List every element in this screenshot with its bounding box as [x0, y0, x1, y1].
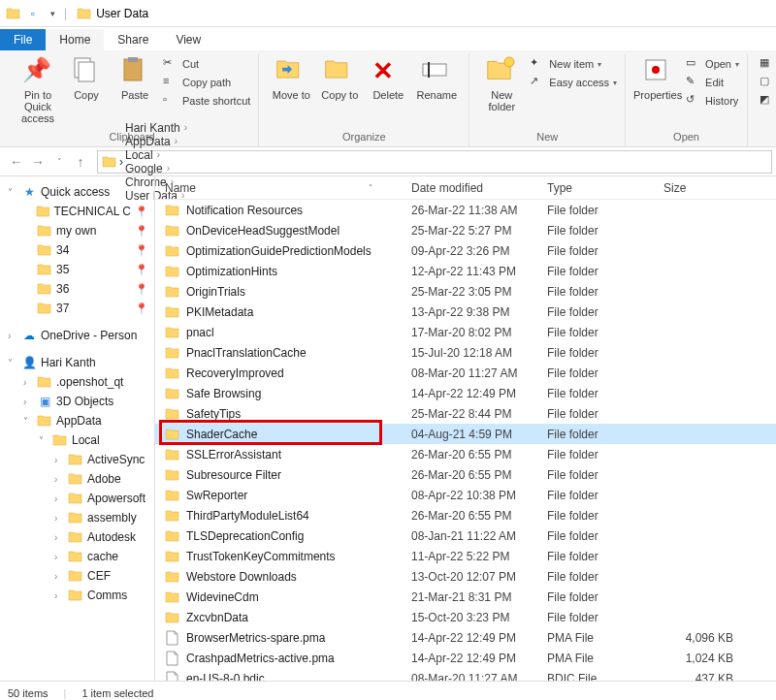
breadcrumb-segment[interactable]: Hari Kanth [125, 121, 180, 135]
qat-save-icon[interactable]: ▫ [25, 6, 41, 21]
file-row[interactable]: ShaderCache04-Aug-21 4:59 PMFile folder [155, 424, 776, 444]
file-row[interactable]: Webstore Downloads13-Oct-20 12:07 PMFile… [155, 566, 776, 587]
chevron-right-icon[interactable]: › [8, 331, 17, 341]
copy-path-button[interactable]: ≡Copy path [163, 75, 250, 90]
file-row[interactable]: OptimizationGuidePredictionModels09-Apr-… [155, 240, 776, 261]
chevron-down-icon[interactable]: ˅ [23, 416, 33, 427]
sidebar-3dobjects[interactable]: ›▣3D Objects [2, 392, 154, 411]
sidebar-openshot[interactable]: ›.openshot_qt [2, 372, 154, 392]
file-row[interactable]: CrashpadMetrics-active.pma14-Apr-22 12:4… [155, 648, 776, 668]
chevron-right-icon[interactable]: › [184, 122, 187, 133]
sidebar-onedrive[interactable]: ›☁OneDrive - Person [2, 326, 154, 345]
select-none-button[interactable]: ▢Select none [760, 75, 776, 90]
select-all-button[interactable]: ▦Select all [760, 56, 776, 72]
chevron-down-icon[interactable]: ˅ [39, 435, 48, 446]
file-row[interactable]: PnaclTranslationCache15-Jul-20 12:18 AMF… [155, 342, 776, 363]
file-row[interactable]: WidevineCdm21-Mar-21 8:31 PMFile folder [155, 587, 776, 607]
file-row[interactable]: PKIMetadata13-Apr-22 9:38 PMFile folder [155, 302, 776, 322]
file-row[interactable]: pnacl17-Mar-20 8:02 PMFile folder [155, 322, 776, 342]
pin-to-quick-access-button[interactable]: 📌 Pin to Quick access [14, 54, 62, 126]
breadcrumb-segment[interactable]: AppData [125, 135, 171, 148]
history-button[interactable]: ↺History [686, 93, 739, 109]
nav-forward-button[interactable]: → [29, 153, 47, 171]
new-item-button[interactable]: ✦New item▾ [530, 56, 617, 72]
sidebar-quick-access[interactable]: ˅★Quick access [2, 182, 154, 202]
file-row[interactable]: OnDeviceHeadSuggestModel25-Mar-22 5:27 P… [155, 220, 776, 240]
sidebar-item[interactable]: ›assembly [2, 508, 154, 527]
easy-access-button[interactable]: ↗Easy access▾ [530, 75, 617, 90]
paste-button[interactable]: Paste [111, 54, 159, 103]
sidebar-item[interactable]: ›CEF [2, 566, 154, 586]
chevron-right-icon[interactable]: › [119, 155, 123, 169]
sidebar-item[interactable]: ›Comms [2, 586, 154, 605]
chevron-down-icon[interactable]: ˅ [8, 187, 17, 198]
file-list[interactable]: Name˄ Date modified Type Size Notificati… [155, 176, 776, 681]
nav-back-button[interactable]: ← [8, 153, 25, 171]
paste-shortcut-button[interactable]: ▫Paste shortcut [163, 93, 250, 109]
delete-button[interactable]: ✕ Delete [364, 54, 412, 103]
nav-recent-dropdown[interactable]: ˅ [50, 153, 68, 171]
sidebar-item[interactable]: ›cache [2, 547, 154, 566]
column-header-size[interactable]: Size [663, 181, 741, 195]
file-row[interactable]: en-US-8-0.bdic08-Mar-20 11:27 AMBDIC Fil… [155, 668, 776, 681]
sidebar-item[interactable]: 34📍 [2, 240, 154, 260]
column-header-name[interactable]: Name˄ [155, 181, 411, 195]
file-row[interactable]: Safe Browsing14-Apr-22 12:49 PMFile fold… [155, 383, 776, 403]
file-row[interactable]: RecoveryImproved08-Mar-20 11:27 AMFile f… [155, 363, 776, 383]
svg-rect-2 [124, 59, 142, 80]
sidebar-user[interactable]: ˅👤Hari Kanth [2, 353, 154, 372]
sidebar-appdata[interactable]: ˅AppData [2, 411, 154, 430]
invert-selection-button[interactable]: ◩Invert sele [760, 93, 776, 109]
column-header-date[interactable]: Date modified [411, 181, 547, 195]
sidebar-item[interactable]: ›Adobe [2, 469, 154, 489]
copy-button[interactable]: Copy [62, 54, 111, 103]
sidebar-item[interactable]: 36📍 [2, 279, 154, 299]
move-to-button[interactable]: Move to [267, 54, 315, 103]
file-row[interactable]: ZxcvbnData15-Oct-20 3:23 PMFile folder [155, 607, 776, 627]
address-bar[interactable]: › Hari Kanth › AppData › Local › Google … [97, 150, 772, 174]
cut-button[interactable]: ✂Cut [163, 56, 250, 72]
sidebar-item[interactable]: my own📍 [2, 221, 154, 240]
file-row[interactable]: OriginTrials25-Mar-22 3:05 PMFile folder [155, 281, 776, 302]
file-row[interactable]: BrowserMetrics-spare.pma14-Apr-22 12:49 … [155, 627, 776, 648]
file-row[interactable]: Subresource Filter26-Mar-20 6:55 PMFile … [155, 464, 776, 485]
chevron-right-icon[interactable]: › [157, 149, 160, 160]
sidebar-item[interactable]: 37📍 [2, 299, 154, 318]
tab-share[interactable]: Share [104, 29, 162, 50]
file-row[interactable]: Notification Resources26-Mar-22 11:38 AM… [155, 200, 776, 220]
breadcrumb-segment[interactable]: Local [125, 148, 153, 162]
new-folder-button[interactable]: New folder [477, 54, 526, 114]
file-row[interactable]: SafetyTips25-Mar-22 8:44 PMFile folder [155, 403, 776, 424]
breadcrumb-segment[interactable]: Google [125, 162, 163, 175]
folder-small-icon [6, 6, 21, 21]
rename-button[interactable]: Rename [412, 54, 461, 103]
chevron-right-icon[interactable]: › [167, 163, 170, 174]
sidebar-item[interactable]: ›Apowersoft [2, 489, 154, 508]
column-header-type[interactable]: Type [547, 181, 663, 195]
edit-button[interactable]: ✎Edit [686, 75, 739, 90]
properties-button[interactable]: Properties [633, 54, 682, 103]
file-name: PKIMetadata [186, 305, 253, 319]
tab-file[interactable]: File [0, 29, 46, 50]
sidebar-item[interactable]: TECHNICAL C📍 [2, 202, 154, 221]
sidebar-item[interactable]: ›Autodesk [2, 527, 154, 547]
file-row[interactable]: OptimizationHints12-Apr-22 11:43 PMFile … [155, 261, 776, 281]
file-row[interactable]: TrustTokenKeyCommitments11-Apr-22 5:22 P… [155, 546, 776, 566]
nav-up-button[interactable]: ↑ [72, 153, 89, 171]
file-row[interactable]: SwReporter08-Apr-22 10:38 PMFile folder [155, 485, 776, 505]
file-row[interactable]: ThirdPartyModuleList6426-Mar-20 6:55 PMF… [155, 505, 776, 525]
tab-view[interactable]: View [162, 29, 214, 50]
tab-home[interactable]: Home [46, 29, 104, 50]
sidebar-item[interactable]: ›ActiveSync [2, 450, 154, 469]
copy-to-button[interactable]: Copy to [315, 54, 364, 103]
sidebar-local[interactable]: ˅Local [2, 430, 154, 450]
file-row[interactable]: SSLErrorAssistant26-Mar-20 6:55 PMFile f… [155, 444, 776, 464]
chevron-right-icon[interactable]: › [175, 136, 178, 146]
qat-dropdown-icon[interactable]: ▾ [45, 6, 60, 21]
open-button[interactable]: ▭Open▾ [686, 56, 739, 72]
file-row[interactable]: TLSDeprecationConfig08-Jan-21 11:22 AMFi… [155, 525, 776, 546]
sidebar-item[interactable]: 35📍 [2, 260, 154, 279]
navigation-pane[interactable]: ˅★Quick access TECHNICAL C📍my own📍34📍35📍… [0, 176, 155, 681]
chevron-down-icon[interactable]: ˅ [8, 358, 17, 368]
folder-icon [165, 304, 180, 320]
